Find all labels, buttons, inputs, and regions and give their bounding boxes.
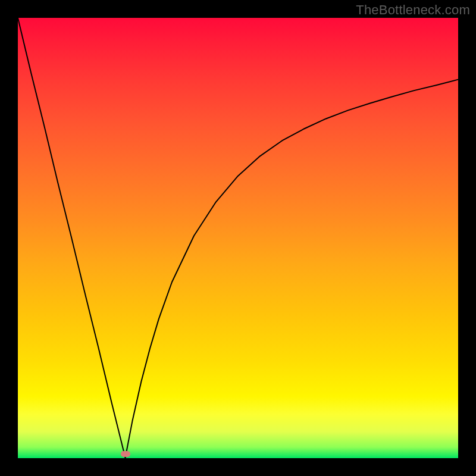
bottleneck-curve-svg — [18, 18, 458, 458]
chart-frame: TheBottleneck.com — [0, 0, 476, 476]
watermark-text: TheBottleneck.com — [356, 2, 470, 18]
curve-left-branch — [18, 18, 126, 458]
minimum-marker — [121, 451, 130, 457]
curve-right-branch — [126, 80, 458, 458]
